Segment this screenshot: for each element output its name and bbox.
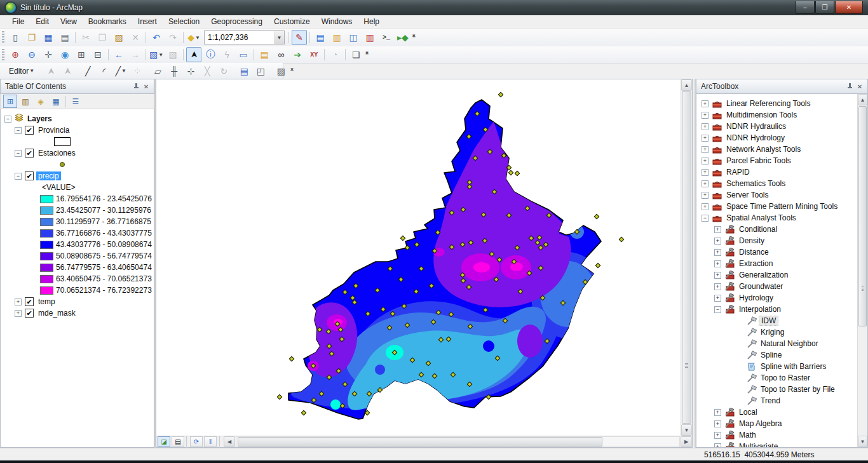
menu-item-selection[interactable]: Selection <box>163 16 205 27</box>
menu-item-view[interactable]: View <box>55 16 83 27</box>
scroll-up-icon[interactable]: ▲ <box>858 94 867 105</box>
save-button[interactable]: ▦ <box>41 30 56 45</box>
horizontal-scroll-thumb[interactable] <box>238 437 602 446</box>
menu-item-customize[interactable]: Customize <box>268 16 316 27</box>
edit-annotation-button[interactable]: ➤ <box>60 64 75 79</box>
toolbox-item-label[interactable]: Linear Referencing Tools <box>724 99 813 108</box>
layer-checkbox[interactable]: ✔ <box>25 149 34 158</box>
menu-item-help[interactable]: Help <box>358 16 385 27</box>
toolbox-item-space-time-pattern-mining-tools[interactable]: +Space Time Pattern Mining Tools <box>696 201 857 212</box>
toolbox-item-label[interactable]: Generalization <box>737 271 790 279</box>
expand-minus-icon[interactable]: − <box>15 127 22 134</box>
arctoolbox-scrollbar[interactable]: ▲ ▼ <box>857 94 867 447</box>
chevron-down-icon[interactable]: ▼ <box>274 31 284 44</box>
editor-toolbar-toggle[interactable]: ✎ <box>292 30 307 45</box>
list-by-source-button[interactable]: ▥ <box>18 95 32 108</box>
toolbox-item-groundwater[interactable]: +Groundwater <box>696 281 857 292</box>
restore-button[interactable]: ❐ <box>815 1 834 14</box>
expand-plus-icon[interactable]: + <box>702 123 709 130</box>
expand-minus-icon[interactable]: − <box>15 150 22 157</box>
scroll-up-icon[interactable]: ▲ <box>681 79 692 91</box>
layer-checkbox[interactable]: ✔ <box>25 171 34 180</box>
new-document-button[interactable]: ▯ <box>8 30 23 45</box>
toolbox-item-label[interactable]: NDNR Hydraulics <box>724 122 788 131</box>
scroll-right-icon[interactable]: ▶ <box>681 436 692 447</box>
close-icon[interactable]: ✕ <box>855 82 865 91</box>
line-intersect-button[interactable]: ╳ <box>200 64 215 79</box>
expand-plus-icon[interactable]: + <box>702 146 709 153</box>
toolbox-item-label[interactable]: Topo to Raster <box>759 373 812 382</box>
select-elements-button[interactable]: ➤ <box>186 47 201 62</box>
map-horizontal-scrollbar[interactable] <box>236 436 680 447</box>
layer-label-temp[interactable]: temp <box>36 297 57 306</box>
callout-button[interactable]: ▭ <box>236 47 251 62</box>
expand-plus-icon[interactable]: + <box>702 192 709 199</box>
attributes-button[interactable]: ▤ <box>236 64 252 79</box>
layer-label-precip[interactable]: precip <box>36 171 61 180</box>
python-window-button[interactable]: >_ <box>379 30 394 45</box>
toolbox-item-label[interactable]: Groundwater <box>737 282 785 291</box>
minimize-button[interactable]: – <box>796 1 815 14</box>
rotate-tool-button[interactable]: ↻ <box>216 64 231 79</box>
expand-plus-icon[interactable]: + <box>714 249 721 256</box>
cut-polygons-button[interactable]: ▱ <box>150 64 165 79</box>
toolbar-options-icon[interactable]: ▾▔ <box>290 68 294 74</box>
toolbox-item-label[interactable]: Multivariate <box>737 442 780 448</box>
menu-item-windows[interactable]: Windows <box>316 16 358 27</box>
layer-checkbox[interactable]: ✔ <box>25 297 34 306</box>
trace-tool-button[interactable]: ╱▼ <box>113 64 128 79</box>
toolbox-item-label[interactable]: RAPID <box>724 168 752 177</box>
expand-minus-icon[interactable]: − <box>15 173 22 180</box>
map-scale-combo[interactable]: 1:1,027,336▼ <box>204 30 285 44</box>
split-tool-button[interactable]: ╫ <box>166 64 182 79</box>
measure-button[interactable]: ▤ <box>257 47 272 62</box>
validate-button[interactable]: ▨ <box>273 64 288 79</box>
toolbox-item-label[interactable]: Interpolation <box>737 305 783 314</box>
toolbox-item-map-algebra[interactable]: +Map Algebra <box>696 418 857 429</box>
arc-segment-button[interactable]: ◜ <box>97 64 112 79</box>
toolbox-item-topo-to-raster[interactable]: −Topo to Raster <box>696 372 857 384</box>
toolbox-item-local[interactable]: +Local <box>696 406 857 418</box>
find-route-button[interactable]: ➔ <box>290 47 305 62</box>
forward-extent-button[interactable]: → <box>128 47 143 62</box>
toolbox-item-label[interactable]: Multidimension Tools <box>724 111 799 119</box>
html-popup-button[interactable]: ϟ <box>219 47 234 62</box>
redo-button[interactable]: ↷ <box>165 30 180 45</box>
table-of-contents-button[interactable]: ▤ <box>313 30 328 45</box>
toolbox-item-multidimension-tools[interactable]: +Multidimension Tools <box>696 109 857 121</box>
expand-plus-icon[interactable]: + <box>714 238 721 245</box>
straight-segment-button[interactable]: ╱ <box>80 64 95 79</box>
editor-menu-button[interactable]: Editor▼ <box>4 65 39 77</box>
list-by-drawing-order-button[interactable]: ⊞ <box>3 95 17 108</box>
close-icon[interactable]: ✕ <box>141 82 151 91</box>
toolbox-item-trend[interactable]: −Trend <box>696 395 857 406</box>
toolbox-item-label[interactable]: Natural Neighbor <box>759 339 820 348</box>
layer-checkbox[interactable]: ✔ <box>25 126 34 135</box>
toolbox-item-rapid[interactable]: +RAPID <box>696 166 857 178</box>
toolbox-item-label[interactable]: Network Analyst Tools <box>724 145 803 154</box>
expand-plus-icon[interactable]: + <box>714 443 721 448</box>
toolbox-item-hydrology[interactable]: +Hydrology <box>696 292 857 304</box>
toolbar-grip[interactable] <box>2 31 4 44</box>
toolbox-item-label[interactable]: Spatial Analyst Tools <box>724 213 798 222</box>
paste-button[interactable]: ▨ <box>111 30 126 45</box>
add-data-button[interactable]: ◆▼ <box>186 30 201 45</box>
layer-label-Estaciones[interactable]: Estaciones <box>36 149 78 158</box>
scroll-left-icon[interactable]: ◀ <box>224 436 235 447</box>
expand-plus-icon[interactable]: + <box>702 158 709 164</box>
vertical-scroll-thumb[interactable] <box>682 91 691 424</box>
catalog-window-button[interactable]: ▥ <box>329 30 344 45</box>
search-window-button[interactable]: ◫ <box>346 30 361 45</box>
open-button[interactable]: ❐ <box>24 30 39 45</box>
menu-item-bookmarks[interactable]: Bookmarks <box>83 16 132 27</box>
expand-plus-icon[interactable]: + <box>702 203 709 210</box>
map-vertical-scrollbar[interactable]: ▲ ▼ <box>681 79 692 436</box>
expand-plus-icon[interactable]: + <box>15 310 22 317</box>
clear-selection-button[interactable]: ▧ <box>165 47 180 62</box>
expand-plus-icon[interactable]: + <box>714 283 721 290</box>
expand-plus-icon[interactable]: + <box>702 180 709 187</box>
refresh-view-button[interactable]: ⟳ <box>190 436 203 447</box>
pin-icon[interactable] <box>844 82 855 91</box>
toolbox-item-label[interactable]: Hydrology <box>737 293 775 302</box>
expand-plus-icon[interactable]: + <box>714 295 721 302</box>
